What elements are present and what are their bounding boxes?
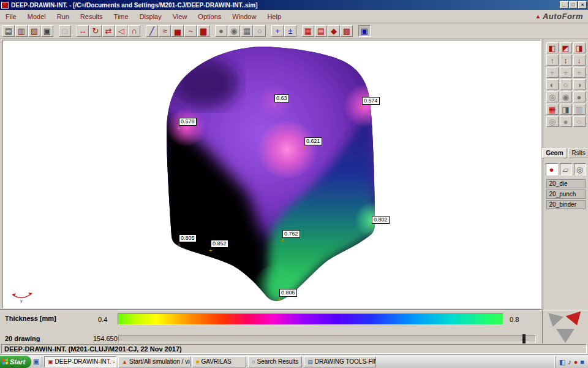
taskbar-window-icon: ▤: [307, 359, 313, 365]
curve-editor-icon[interactable]: ~: [184, 25, 197, 37]
geometry-item-binder[interactable]: 20_binder: [546, 200, 586, 209]
pin-note-icon[interactable]: ◆: [328, 25, 340, 37]
pin-up-icon[interactable]: ↑: [546, 55, 559, 66]
save-simulation-icon[interactable]: ▣: [41, 25, 53, 37]
report-table-icon[interactable]: ▤: [315, 25, 327, 37]
shaded-view-icon[interactable]: ●: [215, 25, 227, 37]
network-tray-icon[interactable]: ■: [580, 358, 584, 366]
taskbar-window-label: DEEP-DRAWIN-INT. - [...: [55, 358, 116, 365]
autoform-logo: ▲ AutoForm: [535, 12, 583, 21]
export-geometry-icon[interactable]: ▨: [28, 25, 40, 37]
open-simulation-icon[interactable]: ▤: [2, 25, 15, 37]
crosshair-probe-icon[interactable]: +: [271, 25, 284, 37]
timeline-slider-thumb[interactable]: [522, 334, 526, 343]
fillet-tool-icon[interactable]: ∩: [128, 25, 140, 37]
quick-launch-icon[interactable]: ▣: [32, 357, 42, 367]
rotate-right-view-icon[interactable]: ◑: [573, 79, 586, 90]
zoom-view-icon[interactable]: ◉: [560, 91, 572, 102]
die-geometry-icon[interactable]: ●: [546, 163, 558, 175]
geometry-item-punch[interactable]: 20_punch: [546, 190, 586, 199]
viewport[interactable]: y 0.630.5740.5780.6210.7620.8020.8050.85…: [2, 40, 541, 309]
rotate-tool-icon[interactable]: ↻: [89, 25, 102, 37]
menu-help[interactable]: Help: [262, 11, 287, 22]
taskbar-window-button[interactable]: ▲Start/All simulation / vie...: [118, 356, 190, 367]
deep-drawn-part-model: [3, 40, 541, 309]
menu-options[interactable]: Options: [192, 11, 227, 22]
geometry-item-die[interactable]: 20_die: [546, 179, 586, 188]
pin-drop-icon[interactable]: ↓: [573, 55, 586, 66]
translate-tool-icon[interactable]: ↔: [77, 25, 89, 37]
result-top-half-icon[interactable]: ◩: [560, 42, 572, 53]
mirror-tool-icon[interactable]: ⇄: [102, 25, 115, 37]
menu-run[interactable]: Run: [51, 11, 75, 22]
smooth-shade-icon[interactable]: ◎: [546, 116, 559, 127]
transparent-view-icon[interactable]: ○: [254, 25, 266, 37]
taskbar-window-button[interactable]: ▣DEEP-DRAWIN-INT. - [...: [44, 356, 116, 367]
fit-view-icon[interactable]: ●: [573, 91, 586, 102]
full-model-icon: ▥: [573, 104, 586, 115]
measurement-marker-icon: [370, 224, 374, 229]
measurement-marker-icon: [209, 248, 213, 253]
geometry-list: 20_die 20_punch 20_binder: [543, 179, 588, 209]
drawbead-icon[interactable]: ≈: [159, 25, 171, 37]
measure-distance-icon[interactable]: ±: [284, 25, 296, 37]
measurement-marker-icon: [281, 239, 284, 243]
maximize-button[interactable]: □: [569, 1, 578, 9]
thickness-measurement: 0.762: [282, 230, 300, 238]
tab-geom[interactable]: Geom: [542, 148, 567, 158]
pan-view-icon[interactable]: ◎: [546, 91, 559, 102]
play-down-arrow[interactable]: [556, 329, 575, 343]
import-geometry-icon[interactable]: ▥: [15, 25, 28, 37]
globe-view-icon[interactable]: ◉: [228, 25, 240, 37]
svg-text:y: y: [20, 299, 23, 303]
timeline-slider[interactable]: [118, 335, 536, 342]
menu-results[interactable]: Results: [75, 11, 108, 22]
trim-tool-icon[interactable]: ◁: [115, 25, 127, 37]
measurement-marker-icon: [177, 243, 181, 248]
taskbar-window-button[interactable]: ▤DRAWING TOOLS-FINAL...: [304, 356, 376, 367]
volume-tray-icon[interactable]: ♪: [568, 358, 571, 366]
wire-shade-icon[interactable]: ○: [573, 116, 586, 127]
menu-display[interactable]: Display: [134, 11, 167, 22]
half-model-icon[interactable]: ◨: [560, 104, 572, 115]
step-back-arrow[interactable]: [545, 313, 564, 329]
menu-view[interactable]: View: [167, 11, 193, 22]
menu-file[interactable]: File: [0, 11, 22, 22]
result-right-half-icon[interactable]: ◨: [573, 42, 586, 53]
close-button[interactable]: ×: [578, 1, 587, 9]
taskbar-window-button[interactable]: ○Search Results: [248, 356, 302, 367]
value-table-icon[interactable]: ▦: [546, 104, 559, 115]
measurement-marker-icon: [303, 146, 306, 151]
taskbar-window-button[interactable]: ■GAVRILAS: [192, 356, 246, 367]
menu-model[interactable]: Model: [22, 11, 51, 22]
colorbar-gradient: [118, 313, 503, 325]
binder-geometry-icon[interactable]: ◎: [574, 163, 586, 175]
step-forward-arrow[interactable]: [566, 311, 585, 328]
colorbar-section: Thickness [mm] 0.4 0.8: [0, 310, 542, 334]
flat-shade-icon[interactable]: ●: [560, 116, 572, 127]
free-rotate-view-icon[interactable]: ○: [560, 79, 572, 90]
spreadsheet-icon[interactable]: ▦: [302, 25, 314, 37]
mesh-view-icon[interactable]: ▦: [241, 25, 253, 37]
section-line-icon[interactable]: ╱: [146, 25, 158, 37]
antivirus-tray-icon[interactable]: ●: [574, 358, 578, 366]
measurement-marker-icon: [277, 297, 281, 302]
result-left-half-icon[interactable]: ◧: [546, 42, 559, 53]
menu-window[interactable]: Window: [227, 11, 262, 22]
pin-toggle-icon[interactable]: ↕: [560, 55, 572, 66]
start-button[interactable]: Start: [0, 356, 31, 368]
tab-rslts[interactable]: Rslts: [568, 148, 588, 158]
force-plot-icon[interactable]: ▅: [172, 25, 184, 37]
histogram-icon[interactable]: ▆: [197, 25, 209, 37]
section-grid-icon[interactable]: ▩: [341, 25, 353, 37]
sheet-geometry-icon[interactable]: ▱: [560, 163, 572, 175]
autoform-logo-mark-icon: ▲: [535, 13, 541, 20]
rotate-left-view-icon[interactable]: ◐: [546, 79, 559, 90]
timeline-section: 20 drawing 154.650: [0, 334, 542, 343]
display-tray-icon[interactable]: ◧: [559, 358, 565, 366]
thickness-measurement: 0.802: [372, 216, 390, 224]
autoform-window: DEEP-DRAWIN-INT. - [/C=/Documents and Se…: [0, 0, 588, 368]
thickness-result-icon[interactable]: ▣: [358, 25, 371, 37]
menu-time[interactable]: Time: [108, 11, 134, 22]
minimize-button[interactable]: _: [560, 1, 568, 9]
